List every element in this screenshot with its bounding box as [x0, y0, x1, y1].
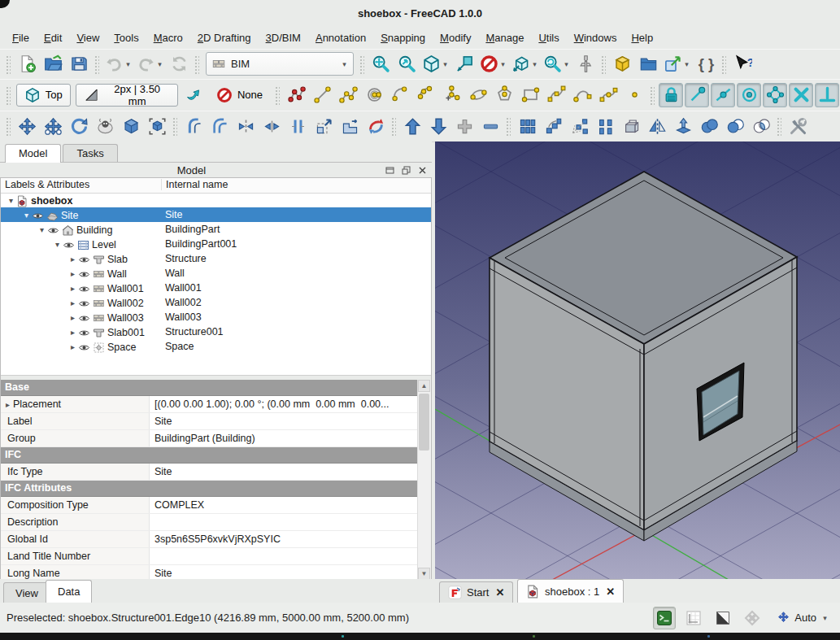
- expression-actions-button[interactable]: { }: [694, 52, 718, 76]
- visibility-eye-icon[interactable]: [78, 342, 90, 354]
- draft-cubic-bezier-button[interactable]: [596, 83, 620, 107]
- tree-row-wall002[interactable]: ▸Wall002Wall002: [1, 295, 431, 310]
- clone-copy-button[interactable]: [619, 114, 643, 138]
- menu-modify[interactable]: Modify: [433, 27, 478, 49]
- measure-button[interactable]: [573, 52, 598, 76]
- snap-center-button[interactable]: [737, 83, 761, 107]
- draw-style-dropdown-icon[interactable]: ▾: [531, 60, 538, 68]
- open-document-button[interactable]: [41, 52, 65, 76]
- tree-expander-icon[interactable]: ▾: [52, 237, 63, 252]
- tree-row-level[interactable]: ▾LevelBuildingPart001: [1, 237, 431, 251]
- tree-expander-icon[interactable]: ▸: [67, 340, 78, 355]
- menu-view[interactable]: View: [69, 27, 107, 49]
- snap-perpendicular-button[interactable]: [815, 83, 839, 107]
- scroll-down-icon[interactable]: ▼: [418, 568, 430, 580]
- visibility-eye-icon[interactable]: [78, 312, 90, 324]
- boolean-intersect-button[interactable]: [749, 114, 773, 138]
- clipping-plane-button[interactable]: ▾: [478, 52, 508, 76]
- workbench-selector[interactable]: BIM▾: [206, 52, 354, 76]
- move-button[interactable]: [15, 114, 39, 138]
- tree-expander-icon[interactable]: ▾: [6, 194, 16, 208]
- menu-snapping[interactable]: Snapping: [373, 27, 433, 49]
- link-array-button[interactable]: [541, 114, 565, 138]
- panel-shade-button[interactable]: [383, 164, 397, 176]
- zoom-tools-button[interactable]: ▾: [542, 52, 572, 76]
- property-value[interactable]: Site: [150, 413, 431, 429]
- tree-expander-icon[interactable]: ▸: [67, 325, 78, 340]
- navigation-style-selector[interactable]: Auto ▾: [777, 611, 829, 625]
- tree-expander-icon[interactable]: ▸: [67, 296, 78, 311]
- property-group-ifc[interactable]: IFC: [1, 447, 431, 464]
- tree-row-wall001[interactable]: ▸Wall001Wall001: [1, 281, 431, 295]
- menu-manage[interactable]: Manage: [478, 27, 531, 49]
- fit-selection-button[interactable]: [394, 52, 419, 76]
- save-document-button[interactable]: [67, 52, 91, 76]
- menu-macro[interactable]: Macro: [146, 27, 190, 49]
- mirror-button[interactable]: [645, 114, 669, 138]
- upgrade-button[interactable]: [400, 114, 424, 138]
- bim-setup-button[interactable]: [786, 114, 810, 138]
- tab-view[interactable]: View: [3, 582, 50, 603]
- property-value[interactable]: [150, 514, 431, 530]
- menu-edit[interactable]: Edit: [37, 27, 69, 49]
- visibility-eye-icon[interactable]: [78, 327, 90, 339]
- scroll-up-icon[interactable]: ▲: [418, 380, 430, 392]
- add-point-button[interactable]: [452, 114, 477, 138]
- undo-dropdown-icon[interactable]: ▾: [124, 60, 132, 68]
- align-view-to-selection-button[interactable]: [452, 52, 477, 76]
- draft-polygon-button[interactable]: [492, 83, 516, 107]
- redo-button[interactable]: ▾: [135, 52, 165, 76]
- snap-lock-button[interactable]: [659, 83, 683, 107]
- property-value[interactable]: COMPLEX: [150, 497, 431, 513]
- refresh-button[interactable]: [167, 52, 191, 76]
- split-button[interactable]: [233, 114, 258, 138]
- line-style-button[interactable]: 2px | 3.50 mm: [76, 84, 178, 107]
- tree-row-slab001[interactable]: ▸Slab001Structure001: [1, 324, 431, 339]
- draft-ellipse-button[interactable]: [466, 83, 490, 107]
- scale-button[interactable]: [311, 114, 336, 138]
- offset-2d-button[interactable]: [207, 114, 232, 138]
- draft-line-button[interactable]: [310, 83, 334, 107]
- visibility-eye-icon[interactable]: [78, 268, 90, 281]
- snap-midpoint-button[interactable]: [711, 83, 735, 107]
- draw-style-indicator[interactable]: [712, 607, 734, 629]
- tree-row-site[interactable]: ▾SiteSite: [1, 207, 431, 222]
- property-group-base[interactable]: Base: [1, 380, 431, 396]
- draft-fillet-button[interactable]: [440, 83, 464, 107]
- visibility-eye-icon[interactable]: [63, 239, 75, 251]
- menu-2d-drafting[interactable]: 2D Drafting: [190, 27, 259, 49]
- halve-button[interactable]: [285, 114, 310, 138]
- compound-button[interactable]: [145, 114, 169, 138]
- boolean-union-button[interactable]: [697, 114, 721, 138]
- new-document-button[interactable]: [15, 52, 39, 76]
- snap-endpoint-button[interactable]: [685, 83, 709, 107]
- downgrade-button[interactable]: [426, 114, 450, 138]
- python-console-toggle[interactable]: [653, 607, 676, 629]
- draft-point-button[interactable]: [622, 83, 646, 107]
- redo-dropdown-icon[interactable]: ▾: [156, 60, 163, 68]
- draft-edit-button[interactable]: [363, 114, 388, 138]
- draw-style-button[interactable]: ▾: [510, 52, 540, 76]
- property-value[interactable]: BuildingPart (Building): [150, 430, 431, 446]
- rotate-button[interactable]: [67, 114, 91, 138]
- property-value[interactable]: Site: [150, 565, 431, 580]
- join-button[interactable]: [259, 114, 284, 138]
- visibility-eye-icon[interactable]: [78, 298, 90, 310]
- draft-arc-button[interactable]: [388, 83, 412, 107]
- make-link-dropdown-icon[interactable]: ▾: [683, 60, 690, 68]
- visibility-eye-icon[interactable]: [78, 283, 90, 295]
- panel-close-button[interactable]: [416, 164, 429, 176]
- remove-point-button[interactable]: [478, 114, 503, 138]
- make-link-button[interactable]: ▾: [662, 52, 692, 76]
- tree-row-space[interactable]: ▸SpaceSpace: [1, 339, 431, 354]
- document-tab-start[interactable]: Start✕: [439, 581, 513, 603]
- tab-close-icon[interactable]: ✕: [606, 586, 615, 598]
- toggle-draft-mode-button[interactable]: [181, 83, 206, 107]
- tree-expander-icon[interactable]: ▸: [67, 281, 78, 296]
- tree-row-slab[interactable]: ▸SlabStructure: [1, 251, 431, 266]
- menu-tools[interactable]: Tools: [107, 27, 146, 49]
- visibility-eye-icon[interactable]: [78, 254, 90, 266]
- point-array-button[interactable]: [593, 114, 617, 138]
- tree-expander-icon[interactable]: ▾: [37, 223, 47, 237]
- zoom-tools-dropdown-icon[interactable]: ▾: [563, 60, 570, 68]
